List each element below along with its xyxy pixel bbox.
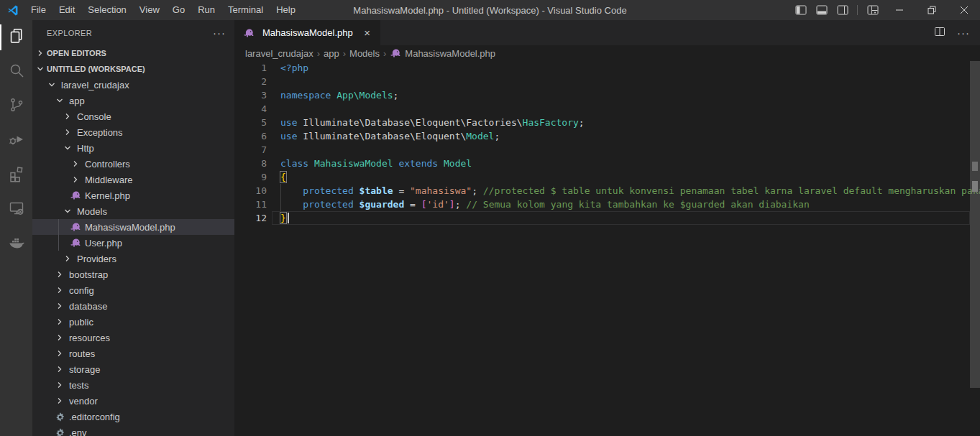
tab-label: MahasiswaModel.php [262,27,353,38]
editor-more-actions-icon[interactable]: ··· [957,29,970,37]
tree-item-config[interactable]: config [32,282,234,298]
activity-source-control[interactable] [0,89,32,124]
code-line-6[interactable]: use Illuminate\Database\Eloquent\Model; [280,129,980,143]
window-title: MahasiswaModel.php - Untitled (Workspace… [353,5,626,16]
open-editors-section[interactable]: OPEN EDITORS [32,45,234,61]
tree-item-vendor[interactable]: vendor [32,393,234,409]
tab-bar: MahasiswaModel.php × ··· [234,20,980,45]
activity-search[interactable] [0,55,32,89]
code-line-1[interactable]: <?php [280,61,980,75]
tree-item-storage[interactable]: storage [32,361,234,377]
workspace-label: UNTITLED (WORKSPACE) [47,65,145,73]
code-token: ; [393,90,399,101]
tree-item-resources[interactable]: resources [32,330,234,345]
breadcrumb-item-1[interactable]: app [324,48,339,59]
tree-item-label: .editorconfig [69,412,120,422]
tree-item-models[interactable]: Models [32,203,234,219]
code-line-7[interactable] [280,143,980,157]
code-editor[interactable]: 123456789101112 <?phpnamespace App\Model… [234,61,980,436]
code-token: } [280,213,286,223]
activity-extensions[interactable] [0,158,32,193]
chevron-right-icon [54,348,65,359]
code-line-4[interactable] [280,102,980,116]
tree-item-http[interactable]: Http [32,140,234,156]
code-line-11[interactable]: protected $guarded = ['id']; // Semua ko… [280,198,980,211]
tree-item-kernel-php[interactable]: Kernel.php [32,187,234,203]
menu-terminal[interactable]: Terminal [221,0,270,20]
tree-item-bootstrap[interactable]: bootstrap [32,266,234,282]
tree-item-tests[interactable]: tests [32,377,234,393]
code-line-8[interactable]: class MahasiswaModel extends Model [280,157,980,170]
tree-item-laravel-crudajax[interactable]: laravel_crudajax [32,77,234,93]
customize-layout-icon[interactable] [862,0,883,20]
code-token: protected [303,199,359,210]
code-lines: <?phpnamespace App\Models;use Illuminate… [280,61,980,225]
close-window-button[interactable] [948,0,980,20]
menu-edit[interactable]: Edit [52,0,81,20]
restore-button[interactable] [915,0,948,20]
code-token: = [393,185,410,196]
line-number: 2 [234,75,267,88]
tree-item-user-php[interactable]: User.php [32,235,234,251]
activity-remote-explorer[interactable] [0,193,32,227]
menu-go[interactable]: Go [166,0,191,20]
chevron-right-icon [54,379,65,391]
tree-item-routes[interactable]: routes [32,345,234,361]
tree-item-controllers[interactable]: Controllers [32,156,234,172]
explorer-more-actions-icon[interactable]: ··· [213,29,226,37]
tree-item-middleware[interactable]: Middleware [32,172,234,187]
split-editor-icon[interactable] [934,26,945,40]
tree-item-label: Kernel.php [85,190,130,201]
line-number: 4 [234,102,267,116]
code-token: Illuminate\Database\Eloquent\Factories\ [303,117,522,128]
tree-item-providers[interactable]: Providers [32,251,234,266]
menu-help[interactable]: Help [270,0,302,20]
tree-item-database[interactable]: database [32,298,234,314]
chevron-right-icon [62,126,73,138]
tree-item-editorconfig[interactable]: .editorconfig [32,409,234,425]
breadcrumb-item-2[interactable]: Models [349,48,380,59]
menu-run[interactable]: Run [191,0,221,20]
tree-item-mahasiswamodel-php[interactable]: MahasiswaModel.php [32,219,234,235]
tab-mahasiswamodel-php[interactable]: MahasiswaModel.php × [234,20,380,45]
activity-run-debug[interactable] [0,124,32,158]
activity-docker[interactable] [0,227,32,261]
menu-file[interactable]: File [24,0,52,20]
code-line-12[interactable]: } [280,211,980,225]
tree-item-label: bootstrap [69,269,108,280]
chevron-right-icon [54,284,65,296]
tree-item-exceptions[interactable]: Exceptions [32,124,234,140]
toggle-sidebar-icon[interactable] [790,0,811,20]
tree-item-label: public [69,317,93,328]
tree-item-label: MahasiswaModel.php [85,222,175,233]
activity-explorer[interactable] [0,20,32,55]
code-line-3[interactable]: namespace App\Models; [280,88,980,102]
menu-view[interactable]: View [133,0,166,20]
code-line-5[interactable]: use Illuminate\Database\Eloquent\Factori… [280,116,980,129]
menu-selection[interactable]: Selection [81,0,132,20]
chevron-down-icon [54,95,65,106]
breadcrumb-item-0[interactable]: laravel_crudajax [245,48,313,59]
code-line-9[interactable]: { [280,170,980,184]
breadcrumb-item-3[interactable]: MahasiswaModel.php [405,48,495,59]
tree-item-env[interactable]: .env [32,425,234,436]
tree-item-label: Http [77,143,94,154]
code-line-10[interactable]: protected $table = "mahasiswa"; //protec… [280,184,980,198]
line-number: 10 [234,184,267,198]
code-line-2[interactable] [280,75,980,88]
line-number: 12 [234,211,267,225]
editor-scrollbar[interactable] [970,61,980,436]
tab-close-icon[interactable]: × [360,27,375,39]
tree-item-console[interactable]: Console [32,108,234,124]
files-icon [8,27,25,47]
tree-item-public[interactable]: public [32,314,234,330]
tree-item-app[interactable]: app [32,93,234,108]
workspace-section[interactable]: UNTITLED (WORKSPACE) [32,61,234,77]
tree-item-label: vendor [69,396,98,407]
line-number: 3 [234,88,267,102]
toggle-secondary-sidebar-icon[interactable] [832,0,853,20]
minimize-button[interactable] [883,0,915,20]
scrollbar-slider[interactable] [970,61,980,388]
toggle-panel-icon[interactable] [811,0,832,20]
tree-item-label: Console [77,111,111,122]
